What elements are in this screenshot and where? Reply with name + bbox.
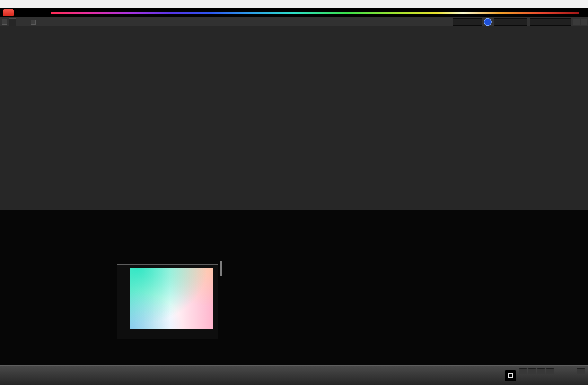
logo-bar [0, 8, 588, 17]
gamma-chart [364, 69, 578, 189]
refresh-button[interactable] [546, 368, 554, 374]
device-accent [530, 19, 531, 25]
monitor-button[interactable] [577, 368, 585, 374]
pattern-window-button[interactable] [505, 370, 516, 381]
settings-button[interactable] [573, 19, 580, 25]
calman-logo-button[interactable] [3, 9, 14, 16]
play-button[interactable] [528, 368, 536, 374]
tab-bar [0, 17, 588, 26]
pattern-source-dropdown[interactable] [494, 18, 527, 26]
display-control-dropdown[interactable] [530, 18, 571, 26]
up-button[interactable] [519, 368, 527, 374]
tab-history-1[interactable] [9, 18, 16, 26]
home-button[interactable] [537, 368, 545, 374]
maximize-button[interactable] [560, 0, 574, 8]
next-button[interactable] [549, 376, 577, 383]
history-nav-button[interactable] [2, 19, 7, 25]
device-accent [494, 19, 495, 25]
device-accent [453, 19, 455, 25]
close-button[interactable] [574, 0, 588, 8]
cie-chart [117, 265, 218, 340]
minimize-button[interactable] [546, 0, 560, 8]
rgb-balance-chart [138, 69, 353, 189]
spectrum-stripe [51, 12, 579, 14]
layout-button[interactable] [581, 19, 587, 25]
lower-section [0, 210, 588, 365]
table-scrollbar[interactable] [220, 261, 222, 276]
cie-chart-panel [117, 264, 218, 339]
meter-source-dropdown[interactable] [453, 18, 482, 26]
window-controls [546, 0, 588, 8]
bottom-bar [0, 365, 588, 385]
meter-status-badge[interactable] [484, 18, 492, 26]
titlebar [0, 0, 588, 8]
deltae-chart [6, 93, 128, 193]
pattern-window-icon [508, 373, 513, 378]
main-chart-area [0, 26, 588, 210]
app-window [0, 0, 588, 385]
add-tab-button[interactable] [31, 20, 36, 25]
back-button[interactable] [518, 376, 546, 383]
